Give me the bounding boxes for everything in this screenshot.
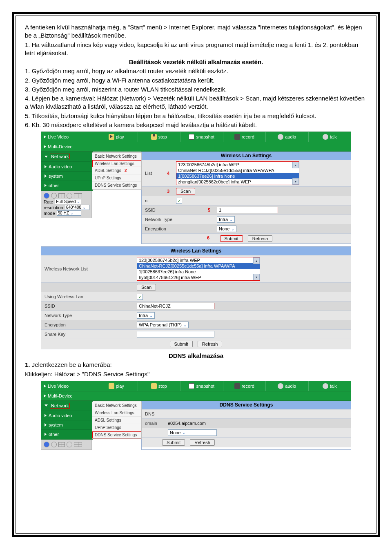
snapshot-icon [189,134,194,140]
refresh-button[interactable]: Refresh [198,341,223,347]
view-mode-blank2-icon[interactable] [67,193,72,199]
audio-button[interactable]: audio [265,381,308,391]
rate-select[interactable]: Full-Speed [55,199,81,204]
using-wlan-checkbox[interactable]: ✓ [176,198,182,204]
list-item[interactable]: 123[002586745b2c] infra WEP [176,162,299,168]
view-mode-4-icon[interactable] [58,193,65,198]
scroll-down-icon[interactable]: ▾ [292,178,299,185]
network-type-select[interactable]: Infra⌄ [217,216,235,223]
submenu-adsl[interactable]: ADSL Settings [92,417,141,424]
network-type-select[interactable]: Infra⌄ [137,312,155,319]
encryption-select[interactable]: None⌄ [217,226,236,232]
sidebar-item-live-video[interactable]: Live Video [41,134,95,139]
sidebar-item-multi-device[interactable]: Multi-Device [41,144,95,149]
view-mode-blank-icon[interactable] [51,193,57,199]
network-submenu: Basic Network Settings Wireless Lan Sett… [92,152,142,190]
snapshot-icon [189,383,194,389]
sidebar-item-system[interactable]: system [41,172,92,181]
marker-3: 3 [167,189,169,194]
view-mode-4-icon[interactable] [58,442,65,447]
sidebar-item-network[interactable]: Net work [41,401,92,411]
audio-button[interactable]: audio [265,132,308,142]
control-panel [41,440,92,450]
submit-button[interactable]: Submit [220,235,243,242]
submenu-ddns[interactable]: DDNS Service Settings [92,182,141,189]
scan-button[interactable]: Scan [137,284,156,290]
list-item-selected[interactable]: ChinaNet-RCJZ[00255e1dc55a] infra WPA/WP… [137,263,260,269]
submit-button[interactable]: Submit [170,341,193,347]
talk-icon [323,383,328,389]
list-item: 5. Titkosítás, biztonsági kulcs hiányába… [25,112,367,120]
list-item[interactable]: zhonglian[0025862c0bee] infra WEP [176,179,299,185]
network-submenu: Basic Network Settings Wireless Lan Sett… [92,402,142,439]
submenu-upnp[interactable]: UPnP Settings [92,174,141,182]
chevron-icon [45,165,47,168]
sidebar-item-network[interactable]: Net work [41,152,92,162]
talk-button[interactable]: talk [308,132,351,142]
stop-button[interactable]: stop [138,381,180,391]
play-button[interactable]: play [95,381,138,391]
ddns-provider-select[interactable]: None⌄ [168,429,217,436]
list-item-selected[interactable]: 1[00258637ee26] infra None [176,173,299,179]
submenu-adsl[interactable]: ADSL Settings 2 [92,167,141,174]
list-item[interactable]: hybf[001478661226] infra WEP [137,275,260,280]
play-button[interactable]: play [95,132,138,142]
submenu-wireless-lan[interactable]: Wireless Lan Settings [92,160,141,167]
submenu-basic-network[interactable]: Basic Network Settings [92,402,141,409]
wireless-network-list[interactable]: 123[002586745b2c] infra WEP ChinaNet-RCJ… [137,257,260,281]
scan-button[interactable]: Scan [176,188,195,194]
refresh-button[interactable]: Refresh [248,235,273,242]
list-item[interactable]: 1[00258637ee26] infra None [137,269,260,275]
view-mode-blank-icon[interactable] [51,442,57,447]
list-item[interactable]: 123[002586745b2c] infra WEP [137,257,260,263]
marker-5: 5 [208,208,210,212]
snapshot-button[interactable]: snapshot [180,381,223,391]
dns-label: DNS [142,410,165,418]
scroll-up-icon[interactable]: ▴ [253,257,260,264]
scroll-down-icon[interactable]: ▾ [253,274,260,280]
stop-button[interactable]: stop [138,132,180,142]
refresh-button[interactable]: Refresh [190,439,215,446]
mode-select[interactable]: 50 HZ [57,210,81,216]
encryption-select[interactable]: WPA Personal (TKIP)⌄ [137,322,189,328]
domain-value: e0254.aipcam.com [168,421,206,426]
settings-panel: Wireless Lan Settings List 4 123[0025867… [141,152,351,244]
view-mode-9-icon[interactable] [74,442,82,447]
view-mode-single-icon[interactable] [44,193,49,199]
sidebar-item-system[interactable]: system [41,420,92,430]
marker-6: 6 [207,235,209,240]
view-mode-blank2-icon[interactable] [67,442,72,447]
record-button[interactable]: record [223,381,266,391]
submenu-upnp[interactable]: UPnP Settings [92,424,141,431]
paragraph: 1. Ha változatlanul nincs kép vagy video… [25,41,367,58]
ssid-label: SSID [142,206,214,214]
sidebar-item-audio-video[interactable]: Audio video [41,411,92,420]
resolution-select[interactable]: 640*480 [65,205,89,210]
scroll-up-icon[interactable]: ▴ [292,162,299,168]
ssid-input[interactable] [137,303,214,309]
share-key-input[interactable] [137,331,214,337]
submenu-basic-network[interactable]: Basic Network Settings [92,153,141,160]
submit-button[interactable]: Submit [162,439,185,446]
submenu-wireless-lan[interactable]: Wireless Lan Settings [92,409,141,417]
snapshot-button[interactable]: snapshot [180,132,223,142]
submenu-ddns[interactable]: DDNS Service Settings [92,431,141,438]
ssid-input[interactable] [217,207,278,213]
sidebar-item-live-video[interactable]: Live Video [41,384,95,389]
list-item: 6. Kb. 30 másodperc elteltével a kamera … [25,121,367,129]
list-item: 1. Győződjön meg arról, hogy az alkalmaz… [25,67,367,75]
sidebar-item-other[interactable]: other [41,430,92,439]
view-mode-single-icon[interactable] [44,442,49,447]
record-button[interactable]: record [223,132,266,142]
talk-button[interactable]: talk [308,381,351,391]
view-mode-9-icon[interactable] [74,193,82,198]
sidebar-item-other[interactable]: other [41,181,92,190]
sidebar-item-multi-device[interactable]: Multi-Device [41,393,95,398]
panel-title: Wireless Lan Settings [41,247,351,255]
list-item[interactable]: ChinaNet-RCJZ[00255e1dc55a] infra WPA/WP… [176,168,299,173]
sidebar-item-audio-video[interactable]: Audio video [41,162,92,172]
chevron-icon [45,414,47,417]
wireless-network-list[interactable]: 123[002586745b2c] infra WEP ChinaNet-RCJ… [176,161,299,185]
section-heading: DDNS alkalmazása [25,352,367,360]
using-wlan-checkbox[interactable]: ✓ [137,294,143,300]
